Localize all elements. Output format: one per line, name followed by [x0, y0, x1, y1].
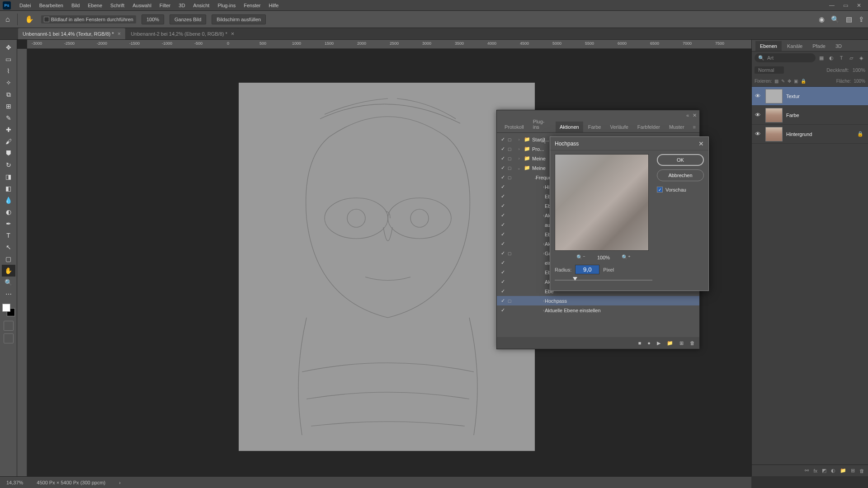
stamp-tool[interactable]: ⛊ — [2, 147, 15, 159]
close-icon[interactable]: × — [231, 30, 235, 37]
fill-value[interactable]: 100% — [854, 79, 865, 84]
filter-preview[interactable] — [555, 154, 649, 251]
menu-auswahl[interactable]: Auswahl — [128, 0, 156, 11]
dialog-titlebar[interactable]: Hochpass ✕ — [550, 137, 708, 150]
visibility-icon[interactable]: 👁 — [754, 131, 762, 137]
hand-tool[interactable]: ✋ — [2, 265, 15, 277]
menu-ansicht[interactable]: Ansicht — [189, 0, 213, 11]
lock-position-icon[interactable]: ✎ — [781, 79, 785, 84]
adjustment-icon[interactable]: ◐ — [831, 468, 835, 474]
blend-mode-select[interactable]: Normal — [755, 66, 784, 74]
history-brush-tool[interactable]: ↻ — [2, 159, 15, 171]
action-row[interactable]: ✓▢›Hochpass — [497, 296, 699, 305]
menu-ebene[interactable]: Ebene — [84, 0, 106, 11]
filter-smart-icon[interactable]: ◈ — [857, 54, 865, 62]
opacity-value[interactable]: 100% — [853, 67, 865, 73]
tab-kanaele[interactable]: Kanäle — [783, 41, 807, 51]
new-set-icon[interactable]: 📁 — [667, 340, 673, 346]
tab-protokoll[interactable]: Protokoll — [500, 122, 528, 132]
filter-shape-icon[interactable]: ▱ — [847, 54, 855, 62]
close-icon[interactable]: ✕ — [698, 140, 704, 147]
ok-button[interactable]: OK — [657, 154, 704, 166]
type-tool[interactable]: T — [2, 230, 15, 241]
record-icon[interactable]: ● — [647, 340, 651, 346]
heal-tool[interactable]: ✚ — [2, 124, 15, 136]
tab-plugins[interactable]: Plug-ins — [529, 116, 555, 132]
status-chevron-icon[interactable]: › — [119, 480, 121, 485]
action-row[interactable]: ✓›Aktuelle Ebene einstellen — [497, 305, 699, 315]
new-action-icon[interactable]: ⊞ — [679, 340, 684, 346]
restore-icon[interactable]: ▭ — [839, 1, 852, 9]
menu-3d[interactable]: 3D — [175, 0, 189, 11]
menu-fenster[interactable]: Fenster — [240, 0, 264, 11]
menu-bearbeiten[interactable]: Bearbeiten — [35, 0, 67, 11]
filter-type-icon[interactable]: T — [837, 54, 845, 62]
radius-slider[interactable] — [555, 276, 652, 284]
status-zoom[interactable]: 14,37% — [6, 480, 23, 485]
zoom-tool[interactable]: 🔍 — [2, 277, 15, 288]
crop-tool[interactable]: ⧉ — [2, 89, 15, 100]
new-layer-icon[interactable]: ⊞ — [851, 468, 855, 474]
toolbox-more-icon[interactable]: ⋯ — [2, 288, 15, 300]
filter-image-icon[interactable]: ▦ — [817, 54, 826, 62]
group-icon[interactable]: 📁 — [840, 468, 846, 474]
collapse-icon[interactable]: « — [686, 113, 689, 118]
layer-search-input[interactable]: 🔍 Art — [755, 53, 816, 62]
visibility-icon[interactable]: 👁 — [754, 93, 762, 99]
frame-tool[interactable]: ⊞ — [2, 100, 15, 112]
cancel-button[interactable]: Abbrechen — [657, 169, 704, 181]
layer-row[interactable]: 👁Textur — [752, 87, 868, 106]
gradient-tool[interactable]: ◧ — [2, 183, 15, 194]
scroll-all-checkbox[interactable]: Bildlauf in allen Fenstern durchführen — [41, 15, 136, 23]
trash-icon[interactable]: 🗑 — [690, 340, 695, 346]
lasso-tool[interactable]: ⌇ — [2, 65, 15, 77]
marquee-tool[interactable]: ▭ — [2, 53, 15, 65]
move-tool[interactable]: ✥ — [2, 42, 15, 53]
search-icon[interactable]: 🔍 — [831, 15, 840, 23]
fit-screen-button[interactable]: Ganzes Bild — [170, 14, 206, 24]
foreground-color-swatch[interactable] — [2, 304, 10, 312]
panel-titlebar[interactable]: « ✕ — [497, 110, 699, 120]
trash-icon[interactable]: 🗑 — [859, 468, 864, 474]
menu-filter[interactable]: Filter — [156, 0, 175, 11]
close-icon[interactable]: × — [118, 30, 121, 37]
preview-checkbox[interactable]: ✓ Vorschau — [657, 187, 704, 192]
layer-thumbnail[interactable] — [765, 89, 783, 103]
layer-thumbnail[interactable] — [765, 108, 783, 122]
tab-verlaeufe[interactable]: Verläufe — [606, 122, 632, 132]
cloud-icon[interactable]: ◉ — [819, 15, 825, 23]
visibility-icon[interactable]: 👁 — [754, 112, 762, 118]
link-icon[interactable]: ⚯ — [805, 468, 809, 474]
pen-tool[interactable]: ✒ — [2, 218, 15, 230]
tab-ebenen[interactable]: Ebenen — [755, 41, 782, 51]
wand-tool[interactable]: ✧ — [2, 77, 15, 89]
tab-pfade[interactable]: Pfade — [808, 41, 830, 51]
zoom-100-button[interactable]: 100% — [142, 14, 164, 24]
menu-datei[interactable]: Datei — [15, 0, 35, 11]
menu-bild[interactable]: Bild — [67, 0, 84, 11]
workspace-icon[interactable]: ▤ — [846, 15, 852, 23]
tab-muster[interactable]: Muster — [665, 122, 689, 132]
radius-input[interactable] — [575, 265, 599, 274]
dodge-tool[interactable]: ◐ — [2, 206, 15, 218]
mask-icon[interactable]: ◩ — [822, 468, 826, 474]
tab-farbe[interactable]: Farbe — [584, 122, 605, 132]
lock-pixels-icon[interactable]: ▦ — [774, 79, 778, 84]
canvas-workspace[interactable]: -3000 -2500 -2000 -1500 -1000 -500 0 500… — [17, 40, 751, 476]
color-swatches[interactable] — [2, 304, 15, 316]
eyedropper-tool[interactable]: ✎ — [2, 112, 15, 124]
close-icon[interactable]: ✕ — [853, 1, 865, 9]
share-icon[interactable]: ⇪ — [859, 15, 864, 23]
lock-move-icon[interactable]: ✥ — [788, 79, 791, 84]
shape-tool[interactable]: ▢ — [2, 253, 15, 265]
zoom-out-icon[interactable]: 🔍⁻ — [576, 254, 585, 260]
fx-icon[interactable]: fx — [813, 468, 817, 474]
tab-farbfelder[interactable]: Farbfelder — [633, 122, 664, 132]
document-tab-1[interactable]: Unbenannt-1 bei 14,4% (Textur, RGB/8) * … — [18, 28, 125, 39]
tab-aktionen[interactable]: Aktionen — [556, 122, 583, 132]
quickmask-toggle[interactable] — [4, 321, 14, 331]
minimize-icon[interactable]: — — [826, 1, 838, 9]
layer-row[interactable]: 👁Farbe — [752, 106, 868, 125]
eraser-tool[interactable]: ◨ — [2, 171, 15, 183]
fill-screen-button[interactable]: Bildschirm ausfüllen — [212, 14, 266, 24]
